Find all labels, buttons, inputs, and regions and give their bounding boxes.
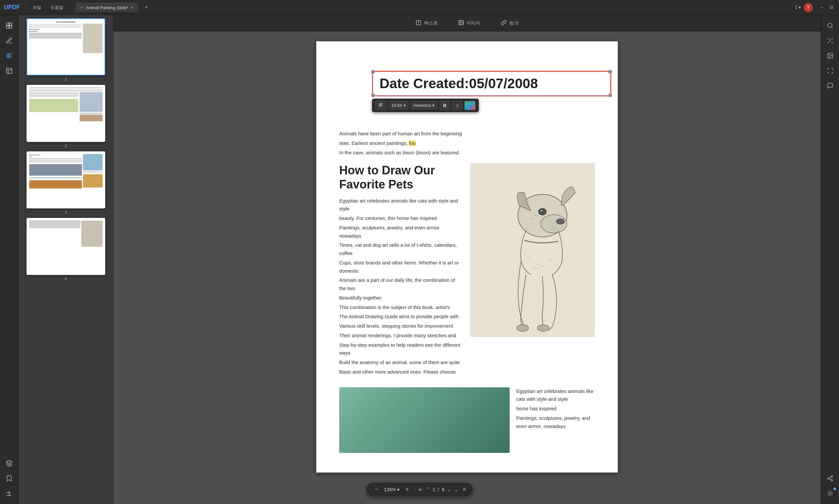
sidebar-icon-signature[interactable] [3, 487, 16, 500]
link-tool[interactable]: 링크 [496, 18, 524, 29]
thumbnail-page-3[interactable]: Different Painting Styles [22, 151, 110, 215]
page-navigation: ⇤ ⌃ 1 / 9 ⌄ ⌄ ✕ [419, 486, 466, 492]
sidebar-icon-home[interactable] [3, 19, 16, 32]
svg-rect-8 [6, 68, 12, 74]
zoom-in-button[interactable]: + [404, 485, 411, 493]
zoom-percent: 135% [384, 487, 396, 492]
page-current: 1 [433, 487, 435, 492]
bottom-text-line-1: horse has inspired [516, 405, 595, 413]
right-sidebar-share[interactable] [824, 472, 837, 485]
font-family-arrow: ▾ [432, 103, 434, 108]
svg-point-32 [828, 54, 829, 55]
svg-point-26 [540, 210, 542, 212]
italic-button[interactable]: I [452, 101, 462, 110]
page-separator: / [438, 487, 439, 492]
thumbnail-page-1[interactable]: Date Created 05/07/2008 How to Draw Our … [22, 18, 110, 82]
zoom-out-button[interactable]: − [373, 485, 380, 493]
svg-rect-1 [9, 23, 12, 25]
top-divider [25, 4, 25, 12]
svg-marker-11 [6, 461, 12, 463]
body-line-8: The Animal Drawing Guide aims to provide… [339, 313, 461, 321]
body-line-13: Basic and other more advanced ones. Plea… [339, 368, 461, 376]
thumbnail-content-1: Date Created 05/07/2008 How to Draw Our … [27, 19, 105, 75]
svg-rect-21 [470, 163, 595, 337]
svg-rect-3 [9, 26, 12, 28]
tab-animal-painting[interactable]: ✏ Animal Painting Skills* ✕ [76, 3, 138, 12]
body-line-11: Step-by-step examples to help readers se… [339, 341, 461, 358]
text-tool[interactable]: 텍스트 [410, 18, 443, 29]
thumbnail-page-num-2: 2 [65, 144, 67, 148]
body-line-7: This combination is the subject of this … [339, 303, 461, 312]
font-family-value: Helvetica [414, 103, 431, 108]
app-logo: UPDF [4, 4, 20, 11]
right-sidebar [821, 15, 839, 504]
sidebar-icon-bookmark[interactable] [3, 472, 16, 485]
right-sidebar-convert[interactable] [824, 64, 837, 77]
right-sidebar-search[interactable] [824, 19, 837, 32]
font-family-select[interactable]: Helvetica ▾ [411, 101, 438, 109]
sidebar-icon-text-edit[interactable] [3, 49, 16, 62]
tab-right-controls: 1 ▾ T ─ ⧉ [795, 3, 835, 12]
thumbnail-page-2[interactable]: 2 [22, 85, 110, 148]
resize-handle-br[interactable] [609, 94, 612, 97]
sidebar-icon-annotate[interactable] [3, 34, 16, 47]
tab-close-button[interactable]: ✕ [130, 5, 133, 10]
right-sidebar-ocr[interactable] [824, 34, 837, 47]
zoom-value-display[interactable]: 135% ▾ [384, 487, 399, 492]
section-heading: How to Draw Our Favorite Pets [339, 163, 461, 191]
resize-handle-tl[interactable] [371, 70, 375, 73]
svg-point-38 [829, 493, 831, 494]
page-total: 9 [442, 487, 444, 492]
image-tool-icon [458, 20, 464, 27]
selected-text-content: Date Created:05/07/2008 [379, 76, 538, 91]
thumbnail-card-2[interactable] [26, 85, 105, 142]
restore-button[interactable]: ⧉ [828, 4, 835, 11]
content-area: 텍스트 이미지 링크 [113, 15, 821, 504]
text-format-toolbar: 18.66 ▾ Helvetica ▾ B I [372, 98, 479, 112]
thumbnail-card-1[interactable]: Date Created 05/07/2008 How to Draw Our … [26, 18, 105, 75]
font-size-value: 18.66 [391, 103, 402, 108]
thumbnail-page-num-3: 3 [65, 210, 67, 215]
right-sidebar-image[interactable] [824, 49, 837, 62]
nav-prev-button[interactable]: ⌃ [426, 486, 430, 492]
thumbnail-card-3[interactable]: Different Painting Styles [26, 151, 105, 209]
page-text-column: How to Draw Our Favorite Pets Egyptian a… [339, 163, 461, 377]
thumbnail-card-4[interactable] [26, 218, 105, 275]
link-tool-icon [501, 20, 507, 27]
resize-handle-bl[interactable] [371, 94, 375, 97]
svg-point-16 [460, 21, 461, 22]
svg-point-23 [541, 215, 567, 233]
sidebar-icon-layers[interactable] [3, 457, 16, 470]
pdf-canvas[interactable]: Date Created:05/07/2008 18.66 ▾ Helvetic… [113, 32, 821, 504]
right-sidebar-comment[interactable] [824, 79, 837, 92]
resize-handle-tr[interactable] [609, 70, 612, 73]
menu-file[interactable]: 파일 [30, 3, 44, 12]
bottom-text-line-0: Egyptian art celebrates animals like cat… [516, 387, 595, 404]
color-picker-button[interactable] [464, 101, 476, 110]
right-sidebar-ai[interactable] [824, 487, 837, 500]
user-avatar[interactable]: T [804, 3, 813, 12]
dog-sketch-column [470, 163, 595, 377]
thumbnail-page-num-4: 4 [65, 276, 67, 281]
tab-title: Animal Painting Skills* [86, 5, 128, 10]
thumbnail-page-4[interactable]: 4 [22, 218, 110, 281]
menu-help[interactable]: 도움말 [47, 3, 67, 12]
svg-point-28 [537, 325, 549, 331]
nav-next-button[interactable]: ⌄ [447, 486, 451, 492]
align-button[interactable] [375, 101, 387, 110]
thumbnail-content-3: Different Painting Styles [27, 152, 105, 208]
sidebar-icon-organize[interactable] [3, 64, 16, 77]
nav-first-button[interactable]: ⇤ [419, 486, 423, 492]
minimize-button[interactable]: ─ [818, 4, 825, 11]
intro-line-1: Animals have been part of human art from… [339, 130, 595, 138]
new-tab-button[interactable]: + [142, 4, 151, 11]
bold-button[interactable]: B [440, 101, 450, 110]
text-selection-box[interactable]: Date Created:05/07/2008 [372, 71, 611, 96]
svg-line-30 [831, 27, 833, 28]
page-counter[interactable]: 1 ▾ [795, 5, 801, 10]
font-size-select[interactable]: 18.66 ▾ [388, 101, 409, 109]
image-tool[interactable]: 이미지 [453, 18, 486, 29]
text-tool-icon [415, 20, 422, 27]
nav-last-button[interactable]: ⌄ [454, 486, 458, 492]
page-nav-close[interactable]: ✕ [462, 486, 466, 492]
